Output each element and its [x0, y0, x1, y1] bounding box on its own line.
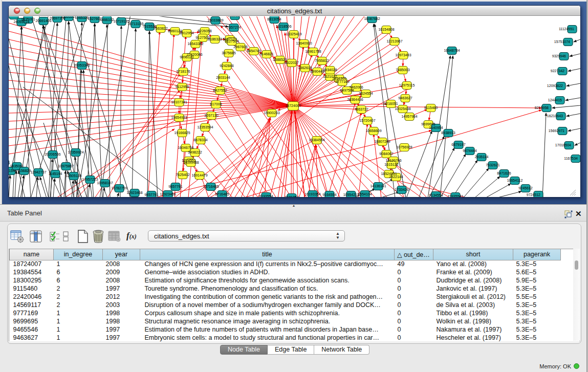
svg-text:9146821: 9146821 — [259, 52, 273, 56]
svg-text:10719135: 10719135 — [113, 19, 129, 23]
svg-text:9474444: 9474444 — [463, 149, 476, 152]
svg-text:8678334: 8678334 — [193, 138, 207, 142]
svg-text:18724007: 18724007 — [285, 104, 301, 107]
svg-text:8226058: 8226058 — [198, 29, 211, 33]
svg-text:19384554: 19384554 — [309, 138, 324, 142]
svg-text:1835061: 1835061 — [10, 164, 24, 168]
svg-text:8938913: 8938913 — [441, 131, 455, 135]
svg-text:1640954: 1640954 — [429, 126, 443, 129]
svg-text:8186323: 8186323 — [208, 37, 222, 41]
svg-text:6466102: 6466102 — [100, 18, 114, 21]
svg-text:1835061: 1835061 — [21, 17, 35, 21]
svg-text:6934028: 6934028 — [323, 68, 337, 72]
svg-text:9457791: 9457791 — [144, 193, 158, 196]
svg-text:16648784: 16648784 — [444, 49, 460, 52]
svg-text:10658609: 10658609 — [365, 129, 381, 133]
svg-text:12093822: 12093822 — [547, 84, 563, 87]
svg-text:15751074: 15751074 — [554, 40, 570, 43]
svg-text:16046756: 16046756 — [178, 146, 193, 149]
svg-text:8454749: 8454749 — [247, 49, 260, 53]
svg-text:11124551: 11124551 — [559, 27, 574, 31]
svg-text:2522144: 2522144 — [389, 175, 403, 179]
svg-text:11935541: 11935541 — [448, 194, 464, 197]
svg-text:3498222: 3498222 — [188, 150, 202, 154]
svg-text:14957984: 14957984 — [401, 115, 417, 118]
svg-text:7181054: 7181054 — [285, 195, 298, 197]
svg-text:20206536: 20206536 — [45, 152, 60, 156]
svg-text:16210643: 16210643 — [547, 114, 563, 118]
svg-text:7485003: 7485003 — [396, 68, 409, 72]
svg-text:16033809: 16033809 — [207, 18, 223, 22]
svg-text:12505135: 12505135 — [66, 174, 81, 178]
svg-text:12353594: 12353594 — [197, 125, 213, 129]
svg-text:15716485: 15716485 — [203, 185, 219, 188]
svg-text:1362615: 1362615 — [298, 66, 312, 70]
svg-text:6216051: 6216051 — [384, 102, 398, 105]
svg-text:16087682: 16087682 — [364, 17, 380, 20]
svg-text:3875685: 3875685 — [222, 51, 235, 55]
svg-text:8322037: 8322037 — [285, 61, 298, 64]
svg-text:18807249: 18807249 — [374, 140, 390, 143]
svg-text:16961758: 16961758 — [305, 50, 321, 53]
svg-text:9115460: 9115460 — [424, 106, 438, 110]
svg-text:2718176: 2718176 — [176, 70, 190, 73]
svg-text:1065326: 1065326 — [75, 16, 89, 19]
svg-text:16154808: 16154808 — [378, 28, 394, 31]
svg-text:10025438: 10025438 — [395, 107, 410, 111]
svg-text:7863722: 7863722 — [354, 107, 368, 111]
svg-text:19654923: 19654923 — [171, 116, 187, 119]
svg-text:16713155: 16713155 — [127, 22, 143, 26]
svg-text:6879197: 6879197 — [451, 143, 465, 146]
svg-text:16120746: 16120746 — [385, 159, 401, 162]
svg-text:8193554: 8193554 — [259, 194, 273, 197]
svg-text:8215958: 8215958 — [535, 106, 549, 110]
svg-text:16193354: 16193354 — [304, 192, 320, 196]
svg-text:10973493: 10973493 — [395, 53, 411, 57]
svg-text:8554104: 8554104 — [358, 192, 372, 196]
svg-text:9777169: 9777169 — [335, 80, 349, 83]
svg-text:13640910: 13640910 — [296, 41, 312, 45]
svg-text:10655267: 10655267 — [60, 16, 76, 18]
svg-text:7357274: 7357274 — [227, 26, 241, 29]
svg-text:10756928: 10756928 — [396, 145, 412, 149]
svg-text:1733426: 1733426 — [395, 188, 408, 191]
svg-text:7632621: 7632621 — [486, 163, 499, 167]
svg-text:9329946: 9329946 — [552, 54, 566, 58]
svg-text:9084067: 9084067 — [379, 152, 393, 156]
svg-text:15720407: 15720407 — [359, 119, 375, 122]
svg-text:17957223: 17957223 — [82, 178, 98, 181]
svg-text:8813054: 8813054 — [267, 17, 281, 21]
svg-text:8427552: 8427552 — [213, 89, 227, 92]
svg-text:9857791: 9857791 — [168, 185, 182, 188]
svg-text:3624554: 3624554 — [359, 92, 373, 95]
svg-text:5716485: 5716485 — [215, 192, 229, 196]
svg-text:9227342: 9227342 — [551, 69, 564, 73]
svg-text:9896120: 9896120 — [180, 55, 193, 59]
svg-text:9127504: 9127504 — [225, 39, 238, 43]
svg-text:17016504: 17016504 — [555, 143, 571, 147]
svg-text:13325419: 13325419 — [286, 32, 301, 36]
svg-text:2967608: 2967608 — [233, 45, 247, 49]
svg-text:9139554: 9139554 — [228, 16, 242, 17]
svg-text:9164554: 9164554 — [322, 193, 336, 196]
svg-text:391544: 391544 — [9, 169, 17, 172]
svg-text:1244415: 1244415 — [548, 98, 562, 102]
svg-text:10975867: 10975867 — [58, 164, 74, 168]
svg-text:10107341: 10107341 — [171, 100, 187, 104]
svg-text:1145194: 1145194 — [49, 172, 62, 176]
svg-text:15692971: 15692971 — [549, 129, 564, 133]
svg-text:16782759: 16782759 — [111, 186, 127, 190]
svg-text:9699695: 9699695 — [421, 122, 435, 126]
svg-text:815061: 815061 — [9, 161, 10, 164]
svg-text:2405572: 2405572 — [9, 16, 21, 17]
svg-text:7663822: 7663822 — [154, 27, 167, 30]
svg-text:19166825: 19166825 — [174, 131, 190, 135]
svg-text:12213967: 12213967 — [386, 39, 402, 43]
svg-text:9134554: 9134554 — [429, 193, 443, 197]
svg-text:12975115: 12975115 — [399, 83, 415, 87]
svg-text:15900233: 15900233 — [264, 111, 279, 115]
svg-text:9724512: 9724512 — [527, 193, 540, 196]
svg-text:2803144: 2803144 — [216, 76, 230, 79]
svg-text:8912954: 8912954 — [180, 31, 193, 35]
svg-text:17359924: 17359924 — [68, 150, 83, 154]
